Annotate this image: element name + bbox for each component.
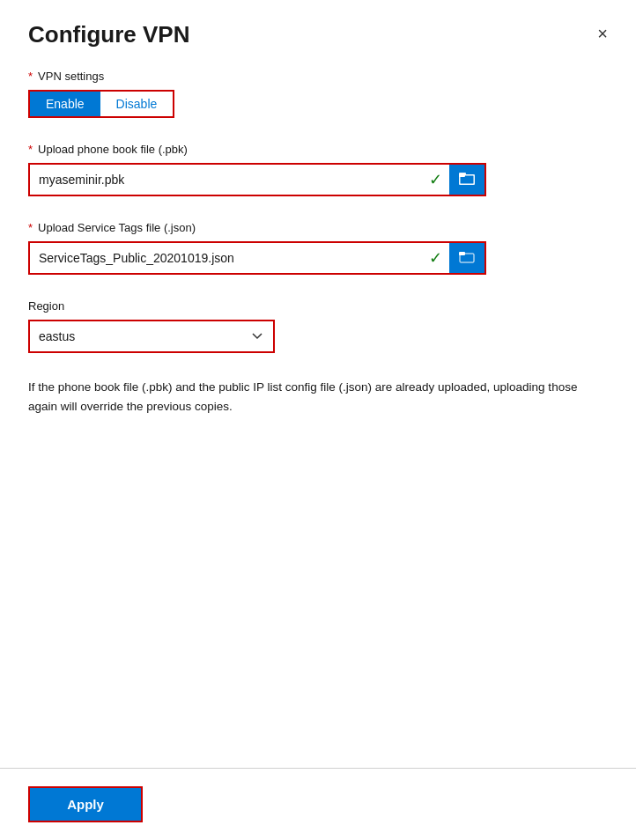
info-text: If the phone book file (.pbk) and the pu… [28,378,608,416]
required-star-json: * [28,221,33,234]
enable-button[interactable]: Enable [30,92,100,116]
upload-json-label: * Upload Service Tags file (.json) [28,221,608,234]
json-file-input[interactable] [30,251,422,265]
folder-icon-2 [459,249,475,267]
disable-button[interactable]: Disable [100,92,174,116]
upload-pbk-group: * Upload phone book file (.pbk) ✓ [28,143,608,196]
dialog-title: Configure VPN [28,21,189,48]
dialog-header: Configure VPN × [0,0,636,63]
vpn-toggle-group: Enable Disable [28,90,174,118]
folder-icon [459,171,475,188]
pbk-file-input[interactable] [30,173,422,187]
dialog-footer: Apply [0,768,636,840]
upload-json-row: ✓ [28,241,486,275]
region-group: Region eastus westus centralus eastus2 w… [28,299,608,353]
region-label: Region [28,299,608,313]
required-star-vpn: * [28,70,33,83]
svg-rect-5 [459,252,465,255]
close-button[interactable]: × [590,21,615,46]
vpn-settings-text: VPN settings [38,70,104,83]
upload-json-group: * Upload Service Tags file (.json) ✓ [28,221,608,275]
vpn-settings-group: * VPN settings Enable Disable [28,70,608,118]
upload-pbk-label: * Upload phone book file (.pbk) [28,143,608,156]
upload-pbk-text: Upload phone book file (.pbk) [38,143,188,156]
apply-button[interactable]: Apply [28,786,143,822]
upload-json-text: Upload Service Tags file (.json) [38,221,196,234]
region-select[interactable]: eastus westus centralus eastus2 westus2 [28,320,275,353]
pbk-browse-button[interactable] [449,165,484,195]
json-browse-button[interactable] [449,243,484,273]
vpn-settings-label: * VPN settings [28,70,608,83]
upload-pbk-row: ✓ [28,163,486,196]
svg-rect-3 [459,173,465,177]
configure-vpn-dialog: Configure VPN × * VPN settings Enable Di… [0,0,636,840]
dialog-body: * VPN settings Enable Disable * Upload p… [0,63,636,768]
json-check-icon: ✓ [422,248,449,268]
pbk-check-icon: ✓ [422,170,449,189]
required-star-pbk: * [28,143,33,156]
